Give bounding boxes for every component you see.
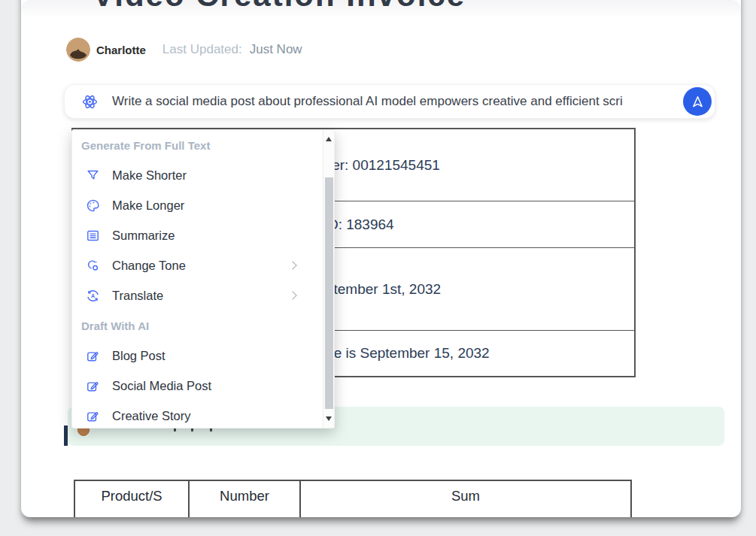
last-updated-value: Just Now <box>250 42 302 57</box>
ai-actions-menu: Generate From Full Text Make Shorter Mak… <box>71 129 335 428</box>
document-lines-icon <box>86 229 100 243</box>
palette-icon <box>86 198 100 213</box>
last-updated-label: Last Updated: <box>162 42 242 57</box>
menu-section-draft: Draft With AI <box>72 310 324 341</box>
menu-item-creative-story[interactable]: Creative Story <box>72 401 324 431</box>
author-row: Charlotte Last Updated: Just Now <box>66 38 302 62</box>
menu-section-generate: Generate From Full Text <box>72 130 324 160</box>
document-title[interactable]: Video Creation Invoice <box>93 0 466 14</box>
avatar <box>66 38 90 62</box>
menu-scrollbar[interactable] <box>323 130 334 428</box>
compose-icon <box>86 349 100 363</box>
menu-item-make-shorter[interactable]: Make Shorter <box>72 160 324 190</box>
compose-icon <box>86 409 100 423</box>
menu-item-social-media-post[interactable]: Social Media Post <box>72 371 324 401</box>
scroll-up-icon[interactable] <box>326 137 332 141</box>
send-button[interactable] <box>683 87 712 116</box>
funnel-icon <box>86 168 100 183</box>
send-arrow-icon <box>690 94 706 110</box>
prompt-input[interactable]: Write a social media post about professi… <box>112 94 683 109</box>
svg-text:A: A <box>91 292 95 298</box>
submenu-chevron-icon <box>288 261 296 269</box>
text-cursor <box>64 425 68 446</box>
scrollbar-thumb[interactable] <box>325 177 333 409</box>
column-header-sum[interactable]: Sum <box>299 481 630 517</box>
author-name: Charlotte <box>96 44 146 56</box>
products-table: Product/S Number Sum <box>74 480 632 517</box>
column-header-product[interactable]: Product/S <box>75 481 188 517</box>
menu-item-summarize[interactable]: Summarize <box>72 220 324 250</box>
tone-circles-icon <box>86 259 100 273</box>
menu-item-translate[interactable]: A Translate <box>72 280 324 310</box>
scroll-down-icon[interactable] <box>326 416 332 421</box>
ai-prompt-bar[interactable]: Write a social media post about professi… <box>64 84 715 119</box>
translate-icon: A <box>86 289 100 303</box>
compose-icon <box>86 379 100 393</box>
column-header-number[interactable]: Number <box>188 481 299 517</box>
menu-item-blog-post[interactable]: Blog Post <box>72 341 324 371</box>
menu-item-change-tone[interactable]: Change Tone <box>72 250 324 280</box>
submenu-chevron-icon <box>288 291 296 299</box>
ai-atom-icon <box>81 93 99 111</box>
menu-item-make-longer[interactable]: Make Longer <box>72 190 324 220</box>
